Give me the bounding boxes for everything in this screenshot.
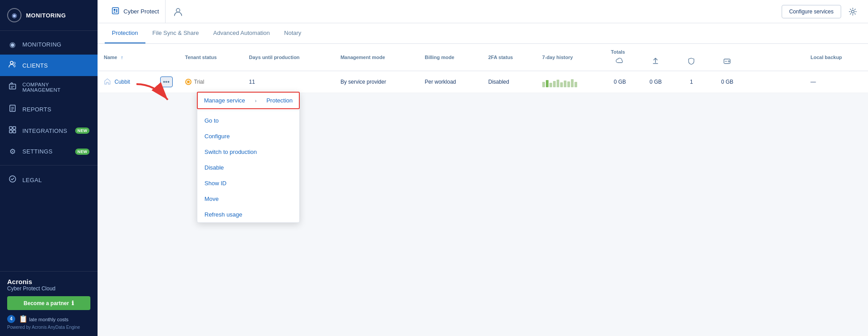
cloud-val: 0 GB [614, 79, 626, 85]
sidebar-item-label: COMPANYMANAGEMENT [22, 82, 60, 93]
th-billing-mode: Billing mode [418, 44, 482, 71]
disk-val: 0 GB [721, 79, 733, 85]
sidebar-item-label: SETTINGS [22, 148, 52, 155]
sidebar-item-label: REPORTS [22, 106, 51, 113]
powered-row: 4 📋 late monthly costs [7, 315, 90, 323]
svg-rect-12 [13, 130, 16, 133]
cell-actions: ••• [154, 71, 179, 93]
integrations-icon [8, 126, 17, 136]
sidebar-footer: Acronis Cyber Protect Cloud Become a par… [0, 271, 98, 336]
sort-icon[interactable]: ↑ [121, 55, 123, 60]
context-dropdown-menu: Manage service › Protection Go to Config… [197, 92, 300, 223]
totals-upload-col [647, 57, 664, 65]
tab-file-sync[interactable]: File Sync & Share [145, 23, 206, 43]
dropdown-item-switch-to-production[interactable]: Switch to production [197, 144, 299, 160]
cyber-protect-label: Cyber Protect [123, 8, 159, 15]
clients-nav-icon [8, 60, 17, 70]
dropdown-item-manage-service[interactable]: Manage service › Protection [197, 92, 300, 109]
row-more-button[interactable]: ••• [160, 77, 173, 87]
notification-badge: 4 [7, 315, 15, 323]
tab-protection[interactable]: Protection [105, 23, 145, 43]
sidebar-item-integrations[interactable]: INTEGRATIONS NEW [0, 120, 98, 141]
client-home-icon [104, 78, 111, 86]
sidebar-header-title: MONITORING [26, 12, 66, 19]
history-bar [560, 82, 563, 87]
cell-2fa-status: Disabled [482, 71, 536, 93]
history-bar [564, 81, 566, 87]
topbar-settings-button[interactable] [845, 4, 861, 20]
calculate-icon: 📋 [19, 315, 28, 323]
manage-service-label: Manage service [204, 97, 245, 104]
svg-point-18 [176, 9, 180, 12]
settings-nav-icon: ⚙ [8, 147, 17, 156]
svg-point-19 [851, 10, 854, 13]
totals-disk-col [718, 57, 736, 65]
tabs-bar: Protection File Sync & Share Advanced Au… [98, 23, 868, 44]
calculate-costs-link[interactable]: 📋 late monthly costs [19, 315, 68, 323]
dropdown-item-go-to[interactable]: Go to [197, 113, 299, 128]
totals-cloud-value: 0 GB [611, 79, 629, 85]
th-totals: Totals [604, 44, 804, 71]
user-icon-btn[interactable] [169, 3, 187, 21]
topbar: Cyber Protect Configure services [98, 0, 868, 23]
history-bar [557, 80, 559, 87]
tenant-status-label: Trial [194, 79, 204, 85]
cyber-protect-tab[interactable]: Cyber Protect [105, 0, 166, 23]
monitoring-nav-icon: ◉ [8, 40, 17, 49]
table-wrapper: Name ↑ Tenant status Days until producti… [98, 44, 868, 93]
svg-point-0 [10, 61, 13, 64]
totals-cloud-col [611, 57, 629, 65]
totals-disk-value: 0 GB [718, 79, 736, 85]
svg-rect-17 [116, 9, 117, 13]
trial-status-icon [185, 79, 191, 85]
configure-services-button[interactable]: Configure services [782, 5, 841, 18]
sidebar-item-settings[interactable]: ⚙ SETTINGS NEW [0, 141, 98, 162]
info-icon: ℹ [72, 300, 74, 306]
totals-values: 0 GB 0 GB 1 0 GB [611, 79, 798, 85]
brand-sub: Cyber Protect Cloud [7, 285, 90, 292]
dropdown-item-disable[interactable]: Disable [197, 160, 299, 175]
client-name-link[interactable]: Cubbit [115, 79, 130, 85]
history-bar [567, 81, 570, 87]
monitoring-icon: ◉ [7, 8, 21, 22]
totals-shield-value: 1 [682, 79, 700, 85]
sidebar-item-legal[interactable]: LEGAL [0, 169, 98, 191]
dropdown-item-move[interactable]: Move [197, 191, 299, 207]
sidebar: ◉ MONITORING ◉ MONITORING CLIENTS [0, 0, 98, 336]
calculate-label: late monthly costs [29, 317, 68, 322]
tab-notary[interactable]: Notary [277, 23, 308, 43]
dropdown-item-show-id[interactable]: Show ID [197, 175, 299, 191]
more-dots-icon: ••• [163, 78, 170, 85]
sidebar-item-monitoring[interactable]: ◉ MONITORING [0, 34, 98, 55]
cell-billing-mode: Per workload [418, 71, 482, 93]
powered-text: Powered by Acronis AnyData Engine [7, 325, 90, 330]
clients-table: Name ↑ Tenant status Days until producti… [98, 44, 868, 93]
th-actions [154, 44, 179, 71]
sidebar-nav: ◉ MONITORING CLIENTS [0, 31, 98, 271]
cell-history [536, 71, 605, 93]
svg-rect-5 [10, 105, 15, 111]
sidebar-item-reports[interactable]: REPORTS [0, 98, 98, 120]
svg-rect-9 [9, 127, 12, 129]
svg-rect-15 [114, 9, 115, 11]
sidebar-item-clients[interactable]: CLIENTS [0, 55, 98, 76]
tab-advanced-automation[interactable]: Advanced Automation [206, 23, 277, 43]
history-bar [549, 83, 552, 87]
settings-badge: NEW [75, 149, 89, 155]
sidebar-item-label: MONITORING [22, 41, 61, 48]
cell-name: Cubbit [98, 71, 154, 93]
th-local-backup: Local backup [804, 44, 868, 71]
th-management-mode: Management mode [334, 44, 418, 71]
history-bar [546, 80, 549, 87]
cyber-protect-icon [111, 6, 120, 17]
configure-btn-label: Configure services [789, 9, 834, 15]
dropdown-item-refresh-usage[interactable]: Refresh usage [197, 207, 299, 222]
legal-icon [8, 175, 17, 185]
upload-val: 0 GB [650, 79, 662, 85]
sidebar-header: ◉ MONITORING [0, 0, 98, 31]
sidebar-item-company-management[interactable]: COMPANYMANAGEMENT [0, 76, 98, 98]
totals-shield-col [682, 57, 700, 65]
become-partner-button[interactable]: Become a partner ℹ [7, 296, 90, 310]
dropdown-item-configure[interactable]: Configure [197, 128, 299, 144]
svg-rect-11 [9, 130, 12, 133]
